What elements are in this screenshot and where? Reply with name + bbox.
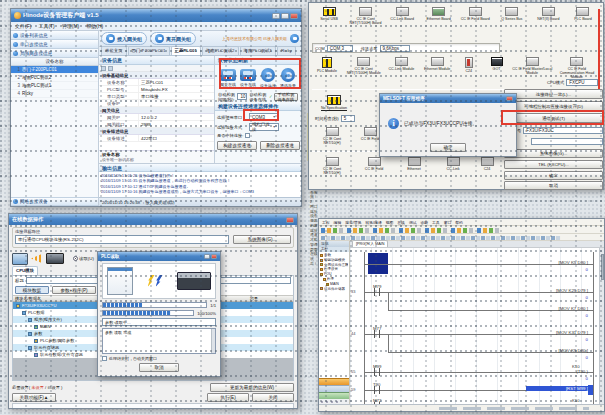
menu-project[interactable]: 工程 xyxy=(322,220,330,225)
got-module[interactable]: GOT xyxy=(485,57,509,79)
prop-serial-type[interactable]: 串口类型串口连接 xyxy=(99,93,214,100)
minimize-button[interactable] xyxy=(204,254,210,259)
maximize-button[interactable] xyxy=(281,13,289,19)
comm-test-button[interactable]: 通信测试(T) xyxy=(504,113,603,123)
close-button[interactable] xyxy=(211,254,217,259)
radio-read[interactable]: 读取(U) xyxy=(73,256,94,261)
gx-toolbar-row1[interactable] xyxy=(319,226,604,234)
menu-find[interactable]: 搜索/替换 xyxy=(345,220,361,225)
tab-hainan-test1[interactable]: 海南PLC测试1 xyxy=(240,46,277,55)
related-functions-button[interactable]: 关联功能(F)▲ xyxy=(12,393,56,402)
pc-serial-usb[interactable]: Serial USB xyxy=(312,7,346,25)
menu-file[interactable]: 文件(F) xyxy=(15,23,31,29)
sidebar-item-network-devices[interactable]: 网络连接设备 xyxy=(11,197,98,206)
prop-plc-model[interactable]: PLC型号Mitsubishi-FX xyxy=(99,86,214,93)
table-row[interactable]: 1西门子200PLC01 xyxy=(11,66,98,74)
tab-ricky[interactable]: Ricky xyxy=(277,46,296,55)
ethernet-module[interactable]: Ethernet Module xyxy=(421,57,453,79)
menu-online[interactable]: 在线 xyxy=(397,220,405,225)
c24-module[interactable]: C24 xyxy=(457,57,481,79)
sort-az-icon[interactable] xyxy=(101,66,106,71)
menu-edit[interactable]: 编辑 xyxy=(334,220,342,225)
route-ccie-field[interactable]: CC IE Field xyxy=(359,157,389,175)
time-check-value[interactable]: 5 xyxy=(341,115,355,122)
com-port-value[interactable]: COM 3 xyxy=(327,45,353,52)
titlebar-device-manager[interactable]: Hinode设备管理客户端 v1.5 xyxy=(11,9,301,22)
route-cclink[interactable]: CC-Link xyxy=(439,157,467,175)
com-select[interactable]: COM3▼ xyxy=(249,113,279,121)
ladder-canvas[interactable]: [MOV K5 D80 ] 0 33 M79 [MOV K29 D79 ] 0 … xyxy=(350,248,604,404)
online-data-titlebar[interactable]: 在线数据操作 xyxy=(9,214,297,225)
instruction-mov3[interactable]: [MOV K7 D80 ] xyxy=(508,306,588,311)
table-row[interactable]: 3海南PLC测试1 xyxy=(11,82,98,90)
menu-tools[interactable]: 工具(T) xyxy=(38,23,54,29)
cclink-module[interactable]: CC-Link Module xyxy=(385,57,417,79)
output-log[interactable]: 2016/11/09 17:01:25 设备连接通道打开！ 2016/11/09… xyxy=(99,172,301,197)
pc-ccie-field-board[interactable]: CC IE Field Board xyxy=(458,7,492,25)
pc-net2-board[interactable]: NET(II) Board xyxy=(531,7,565,25)
leave-gateway-button[interactable]: 离开网关组 xyxy=(150,32,196,45)
ok-button[interactable]: 确定 xyxy=(504,171,603,180)
minimize-button[interactable] xyxy=(272,13,280,19)
ccie-field-master[interactable]: CC IE Field Master/Local Module xyxy=(512,57,552,79)
system-image-button[interactable]: 系统图像(G)... xyxy=(233,235,291,244)
sidebar-item-lan-info[interactable]: 局域网连接信息 xyxy=(11,49,98,58)
table-row[interactable]: 2海南PLC测试2 xyxy=(11,74,98,82)
menu-manage[interactable]: 管理(M) xyxy=(62,23,80,29)
tab-mitsubishi-plc01[interactable]: 三菱PLC01 xyxy=(171,46,201,55)
route-c24[interactable]: C24 xyxy=(477,157,497,175)
cancel-button[interactable]: 取消 xyxy=(504,181,603,190)
group-gateway-info[interactable]: 网关信息 xyxy=(99,107,214,114)
auto-check-mark[interactable]: ✓ xyxy=(269,94,273,99)
menu-help[interactable]: 帮助(H) xyxy=(86,23,103,29)
prop-description[interactable]: 设备描述422串口 xyxy=(99,135,214,142)
contact-m72[interactable] xyxy=(374,402,380,404)
prop-device-ip[interactable]: 设备IP xyxy=(99,100,214,107)
contact-m77[interactable] xyxy=(374,330,380,338)
table-row[interactable]: 4Ricky xyxy=(11,90,98,98)
listbox-scrollbar[interactable] xyxy=(211,329,215,353)
prop-device-name[interactable]: 设备名称三菱PLC01 xyxy=(99,79,214,86)
pc-ethernet-board[interactable]: Ethernet Board xyxy=(422,7,456,25)
auto-close-checkbox[interactable] xyxy=(102,356,107,361)
no-specification[interactable]: No Specification xyxy=(317,95,351,110)
close-button[interactable] xyxy=(286,217,294,223)
system-image-button[interactable]: 系统图像(G)... xyxy=(504,149,603,158)
menu-help[interactable]: 帮助 xyxy=(455,220,463,225)
pc-q-series-bus[interactable]: Q Series Bus xyxy=(495,7,529,25)
nav-bar-user-library[interactable] xyxy=(319,385,349,392)
plc-module[interactable]: PLC Module xyxy=(312,57,342,79)
prop-gateway-port[interactable]: 网关端口2989 xyxy=(99,121,214,128)
tree-item-device-memory[interactable]: 软元件存储器 xyxy=(320,287,348,292)
group-basic-info[interactable]: 设备基础信息 xyxy=(99,72,214,79)
tab-hainan-test2[interactable]: 海南PLC测试2 xyxy=(202,46,239,55)
contact-m99[interactable] xyxy=(374,368,380,376)
progress-cancel-button[interactable]: 取消 xyxy=(139,363,179,372)
mode-select[interactable]: 编程口连接▼ xyxy=(249,123,279,131)
menu-tool[interactable]: 工具 xyxy=(432,220,440,225)
prop-gateway-ip[interactable]: 网关IP12.0.0.2 xyxy=(99,114,214,121)
pc-cclink-board[interactable]: CC-Link Board xyxy=(385,7,419,25)
instruction-mov1[interactable]: [MOV K5 D80 ] xyxy=(508,260,588,265)
menu-compile[interactable]: 转换/编译 xyxy=(365,220,381,225)
menu-window[interactable]: 窗口 xyxy=(444,220,452,225)
build-channel-button[interactable]: 构建连接通道 xyxy=(217,141,257,150)
melsoft-dialog-titlebar[interactable]: MELSOFT 应用程序 xyxy=(380,94,516,103)
group-description[interactable]: 设备描述信息 xyxy=(99,128,214,135)
interval-input[interactable]: 10 xyxy=(237,93,247,100)
nav-bar-connection[interactable] xyxy=(319,392,349,399)
tel-button[interactable]: TEL (FXCPU)... xyxy=(504,160,603,169)
contact-t90[interactable] xyxy=(374,386,380,394)
contact-m79[interactable] xyxy=(374,288,380,296)
menu-diagnostics[interactable]: 诊断 xyxy=(420,220,428,225)
execute-button[interactable]: 执行(E) xyxy=(207,393,249,402)
connection-list-button[interactable]: 连接路径一览(L)... xyxy=(504,89,603,99)
instruction-mov5[interactable]: [MOV K9 D80 ] xyxy=(508,348,588,353)
coil-t94[interactable]: (T94 ) xyxy=(508,403,588,404)
relay-checkbox[interactable] xyxy=(245,133,250,138)
progress-listbox[interactable]: 参数 读取 完成 xyxy=(102,328,216,354)
menu-debug[interactable]: 调试 xyxy=(409,220,417,225)
close-button[interactable] xyxy=(290,13,298,19)
manual-check-button[interactable]: 手动检测设备在线 xyxy=(274,93,298,101)
direct-connection-button[interactable]: 可编程控制器直接连接设置(D) xyxy=(504,101,603,111)
